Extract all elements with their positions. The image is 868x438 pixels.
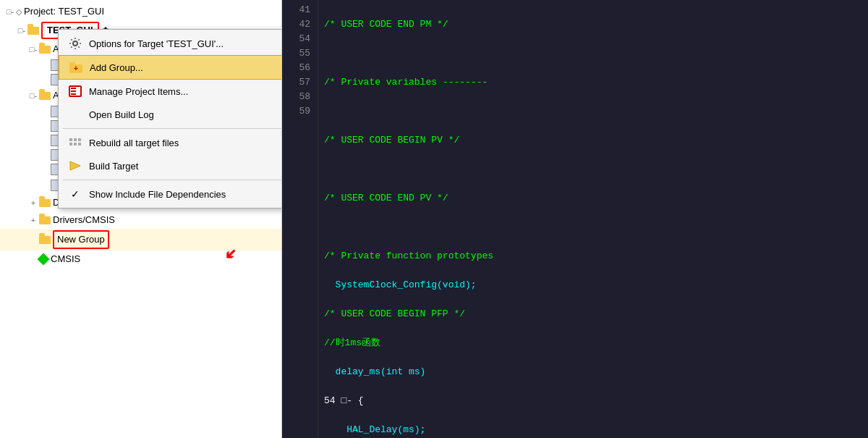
code-line-47: /* USER CODE END PV */: [324, 191, 862, 206]
build-target-icon: [67, 158, 83, 174]
exp-file3: [41, 107, 49, 116]
code-line-41: /* USER CODE END PM */: [324, 17, 862, 32]
target-folder-icon: [27, 25, 39, 35]
add-group-label: Add Group...: [90, 62, 143, 73]
exp-file1: [41, 61, 49, 70]
ln-59: 59: [282, 104, 315, 119]
ln-42: 42: [282, 17, 315, 32]
code-line-44: [324, 104, 862, 119]
menu-item-open-build-log[interactable]: Open Build Log: [59, 103, 282, 126]
menu-divider-2: [63, 180, 282, 180]
menu-item-manage-project[interactable]: Manage Project Items...: [59, 80, 282, 103]
code-editor-panel: 41 42 54 55 56 57 58 59 /* USER CODE END…: [282, 0, 868, 438]
svg-rect-8: [69, 138, 72, 141]
ln-56: 56: [282, 61, 315, 75]
exp-file2: [41, 75, 49, 84]
rebuild-label: Rebuild all target files: [89, 138, 179, 148]
rebuild-icon: [67, 135, 83, 151]
manage-icon: [67, 83, 83, 99]
svg-rect-13: [78, 143, 81, 146]
svg-point-0: [73, 41, 77, 46]
svg-rect-6: [71, 90, 76, 92]
drivers-hal-icon: [39, 198, 51, 208]
svg-rect-11: [69, 143, 72, 146]
menu-item-show-include[interactable]: ✓ Show Include File Dependencies: [59, 182, 282, 206]
menu-divider-1: [63, 128, 282, 129]
options-target-label: Options for Target 'TEST_GUI'...: [89, 38, 224, 49]
code-line-54: 54 □- {: [324, 394, 862, 408]
menu-item-build-target[interactable]: Build Target F7: [59, 154, 282, 177]
line-numbers: 41 42 54 55 56 57 58 59: [282, 0, 318, 438]
code-line-48: [324, 220, 862, 235]
code-line-42: [324, 46, 862, 61]
add-group-icon: +: [68, 59, 84, 75]
exp-newgroup: [29, 235, 38, 244]
project-icon: ◇: [16, 4, 22, 19]
code-line-43: /* Private variables --------: [324, 75, 862, 90]
exp-file5: [41, 136, 49, 145]
exp-file6: [41, 151, 49, 159]
svg-text:+: +: [74, 64, 78, 72]
expand-icon-cmsis[interactable]: +: [29, 216, 38, 224]
menu-item-options-target[interactable]: Options for Target 'TEST_GUI'... Alt+F7: [59, 32, 282, 55]
tree-item-project-root[interactable]: □- ◇ Project: TEST_GUI: [0, 3, 281, 20]
code-line-51: /* USER CODE BEGIN PFP */: [324, 307, 862, 321]
expand-icon[interactable]: □-: [6, 7, 14, 16]
expand-icon-app1[interactable]: □-: [29, 45, 38, 54]
code-line-49: /* Private function prototypes: [324, 249, 862, 264]
svg-marker-14: [70, 161, 80, 170]
build-log-icon: [67, 106, 83, 122]
drivers-cmsis-label: Drivers/CMSIS: [53, 213, 115, 227]
svg-rect-10: [78, 138, 81, 141]
exp-cmsis-item: [29, 255, 38, 264]
menu-item-rebuild[interactable]: Rebuild all target files: [59, 131, 282, 154]
new-group-label: New Group: [53, 230, 109, 249]
exp-file7: [41, 165, 49, 174]
tree-item-new-group[interactable]: New Group: [0, 229, 281, 250]
code-line-50: SystemClock_Config(void);: [324, 278, 862, 292]
checkmark-icon: ✓: [67, 186, 83, 202]
show-include-label: Show Include File Dependencies: [89, 189, 226, 200]
ln-41: 41: [282, 3, 315, 17]
svg-rect-9: [74, 138, 77, 141]
ln-58: 58: [282, 90, 315, 104]
app1-folder-icon: [39, 44, 51, 54]
svg-rect-12: [74, 143, 77, 146]
open-build-log-label: Open Build Log: [89, 109, 154, 120]
exp-stm32hal: [41, 181, 49, 190]
ln-55: 55: [282, 46, 315, 61]
expand-icon-testgui[interactable]: □-: [17, 26, 26, 35]
tree-item-cmsis[interactable]: CMSIS: [0, 250, 281, 268]
cmsis-diamond-icon: [38, 253, 50, 266]
drivers-cmsis-icon: [39, 215, 51, 225]
gear-icon: [67, 35, 83, 51]
cmsis-label: CMSIS: [51, 252, 80, 266]
app2-folder-icon: [39, 90, 51, 101]
svg-rect-5: [71, 88, 76, 89]
project-root-label: Project: TEST_GUI: [24, 4, 104, 19]
expand-icon-drivers-hal[interactable]: +: [29, 198, 38, 207]
context-menu: Options for Target 'TEST_GUI'... Alt+F7 …: [58, 29, 282, 209]
new-group-folder-icon: [39, 235, 51, 245]
svg-rect-7: [71, 93, 76, 95]
manage-project-label: Manage Project Items...: [89, 86, 188, 97]
ln-57: 57: [282, 75, 315, 90]
code-content: /* USER CODE END PM */ /* Private variab…: [318, 0, 868, 438]
code-line-52: //时1ms函数: [324, 336, 862, 350]
menu-item-add-group[interactable]: + Add Group...: [59, 55, 282, 80]
ln-54: 54: [282, 32, 315, 46]
code-line-46: [324, 162, 862, 177]
code-line-53: delay_ms(int ms): [324, 365, 862, 379]
build-target-label: Build Target: [89, 161, 138, 172]
code-line-45: /* USER CODE BEGIN PV */: [324, 133, 862, 148]
expand-icon-app2[interactable]: □-: [29, 91, 38, 100]
tree-item-drivers-cmsis[interactable]: + Drivers/CMSIS: [0, 211, 281, 229]
project-tree-panel: □- ◇ Project: TEST_GUI □- TEST_GUI ✿ □- …: [0, 0, 282, 438]
code-line-55: HAL_Delay(ms);: [324, 423, 862, 437]
exp-file4: [41, 122, 49, 130]
